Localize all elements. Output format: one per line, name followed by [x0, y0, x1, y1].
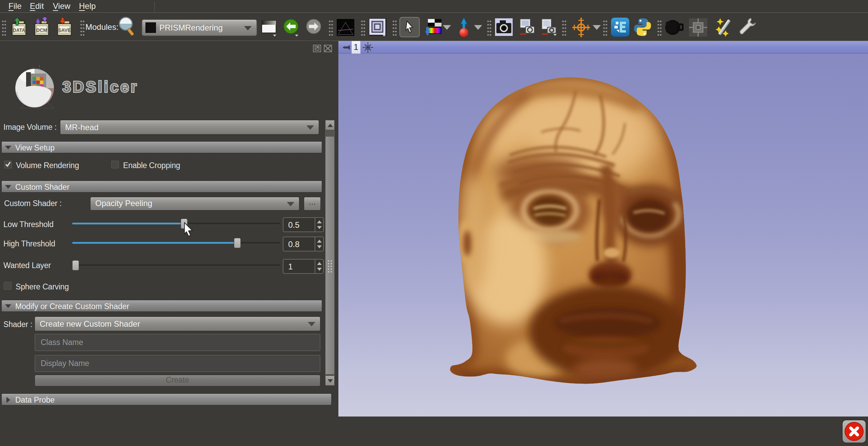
svg-text:DCM: DCM — [36, 27, 47, 33]
svg-text:DATA: DATA — [13, 27, 25, 33]
svg-text:3DSlicer: 3DSlicer — [62, 78, 138, 96]
svg-text:SAVE: SAVE — [58, 27, 71, 33]
